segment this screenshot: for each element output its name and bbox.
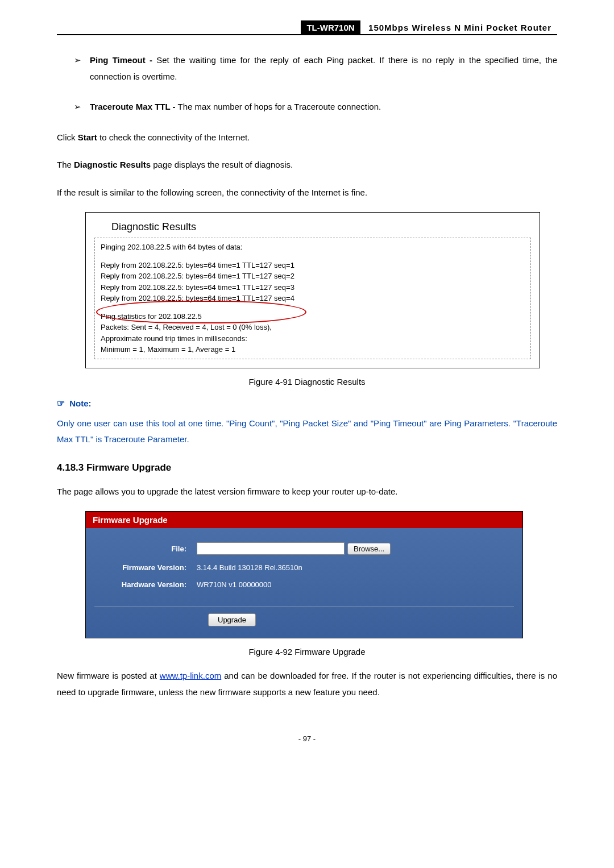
bullet-ping-timeout: ➢ Ping Timeout - Set the waiting time fo… xyxy=(74,52,557,85)
new-firmware-text: New firmware is posted at www.tp-link.co… xyxy=(57,668,557,700)
arrow-icon: ➢ xyxy=(74,99,81,115)
firmware-upgrade-box: Firmware Upgrade File: Browse... Firmwar… xyxy=(85,511,523,638)
header-title: 150Mbps Wireless N Mini Pocket Router xyxy=(363,20,557,35)
browse-button[interactable]: Browse... xyxy=(347,543,391,555)
page-number: - 97 - xyxy=(57,734,557,743)
diagnostic-content: Pinging 202.108.22.5 with 64 bytes of da… xyxy=(94,238,531,359)
bullet-text: Set the waiting time for the reply of ea… xyxy=(90,55,557,81)
hw-version-label: Hardware Version: xyxy=(94,580,197,589)
file-input[interactable] xyxy=(197,542,345,555)
note-header: ☞ Note: xyxy=(57,398,557,409)
arrow-icon: ➢ xyxy=(74,52,81,85)
para-click-start: Click Start to check the connectivity of… xyxy=(57,130,557,146)
para-diag-results: The Diagnostic Results page displays the… xyxy=(57,157,557,173)
para-if-result: If the result is similar to the followin… xyxy=(57,185,557,201)
figure-91-caption: Figure 4-91 Diagnostic Results xyxy=(57,377,557,387)
bullet-text: The max number of hops for a Traceroute … xyxy=(176,102,381,111)
note-text: Only one user can use this tool at one t… xyxy=(57,416,557,448)
bullet-traceroute-ttl: ➢ Traceroute Max TTL - The max number of… xyxy=(74,99,557,115)
fw-version-value: 3.14.4 Build 130128 Rel.36510n xyxy=(197,563,302,572)
section-heading: 4.18.3 Firmware Upgrade xyxy=(57,462,557,474)
file-label: File: xyxy=(94,545,197,553)
tp-link-link[interactable]: www.tp-link.com xyxy=(160,671,221,680)
bullet-label: Traceroute Max TTL - xyxy=(90,102,176,111)
figure-92-caption: Figure 4-92 Firmware Upgrade xyxy=(57,647,557,657)
note-icon: ☞ xyxy=(57,398,65,408)
section-intro: The page allows you to upgrade the lates… xyxy=(57,484,557,500)
fw-version-label: Firmware Version: xyxy=(94,563,197,572)
diagnostic-results-box: Diagnostic Results Pinging 202.108.22.5 … xyxy=(85,212,540,368)
doc-header: TL-WR710N 150Mbps Wireless N Mini Pocket… xyxy=(57,23,557,35)
header-model: TL-WR710N xyxy=(301,20,360,35)
diagnostic-title: Diagnostic Results xyxy=(94,218,531,238)
note-label: Note: xyxy=(69,398,91,408)
firmware-header: Firmware Upgrade xyxy=(86,512,522,528)
upgrade-button[interactable]: Upgrade xyxy=(208,613,256,626)
hw-version-value: WR710N v1 00000000 xyxy=(197,580,272,589)
bullet-label: Ping Timeout - xyxy=(90,55,152,65)
